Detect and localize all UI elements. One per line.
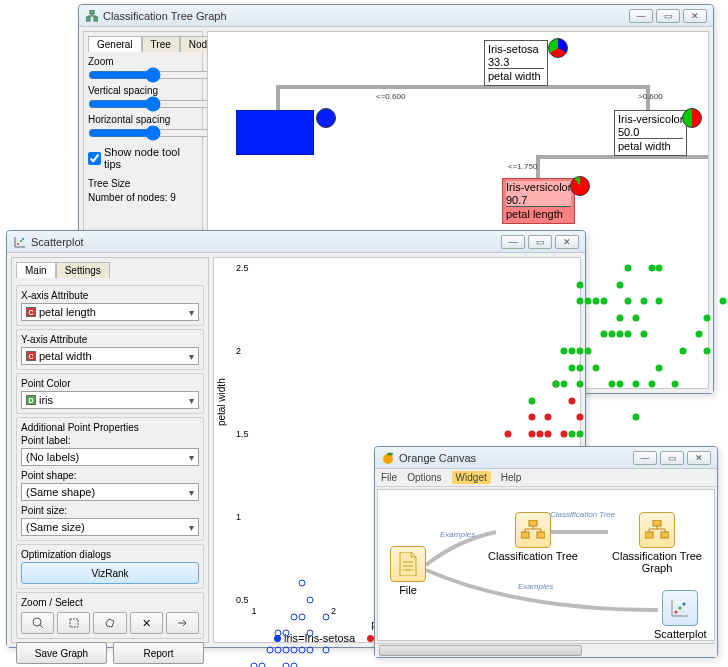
canvas-menubar: File Options Widget Help [375,469,717,487]
xattr-combo[interactable]: Cpetal length [21,303,199,321]
vspacing-label: Vertical spacing [88,85,198,96]
data-point [322,646,329,653]
tooltips-checkbox[interactable]: Show node tool tips [88,146,198,170]
close-button[interactable]: ✕ [555,235,579,249]
data-point [616,314,623,321]
data-point [648,265,655,272]
minimize-button[interactable]: — [633,451,657,465]
svg-rect-11 [521,532,529,538]
vizrank-button[interactable]: VizRank [21,562,199,584]
save-graph-button[interactable]: Save Graph [16,642,107,664]
report-button[interactable]: Report [113,642,204,664]
data-point [576,414,583,421]
widget-classification-tree[interactable]: Classification Tree [488,512,578,562]
svg-rect-10 [529,520,537,526]
tab-tree[interactable]: Tree [142,36,180,52]
canvas-titlebar[interactable]: Orange Canvas — ▭ ✕ [375,447,717,469]
data-point [569,364,576,371]
select-tool-button[interactable] [57,612,90,634]
data-point [553,381,560,388]
data-point [720,298,727,305]
maximize-button[interactable]: ▭ [656,9,680,23]
close-button[interactable]: ✕ [683,9,707,23]
svg-rect-13 [653,520,661,526]
psize-combo[interactable]: (Same size) [21,518,199,536]
data-point [576,364,583,371]
widget-file[interactable]: File [390,546,426,596]
data-point [640,298,647,305]
menu-options[interactable]: Options [407,472,441,483]
tab-general[interactable]: General [88,36,142,52]
tree-node-versicolor2[interactable]: Iris-versicolor90.7 petal length [502,178,575,224]
horizontal-scrollbar[interactable] [377,643,715,657]
tab-main[interactable]: Main [16,262,56,278]
data-point [306,630,313,637]
color-combo[interactable]: Diris [21,391,199,409]
orange-icon [381,451,395,465]
data-point [561,381,568,388]
data-point [529,414,536,421]
data-point [322,613,329,620]
edge-label: >0.600 [638,92,663,101]
send-button[interactable] [166,612,199,634]
maximize-button[interactable]: ▭ [660,451,684,465]
canvas-title: Orange Canvas [399,452,633,464]
data-point [505,431,512,438]
widget-tree-graph[interactable]: Classification Tree Graph [600,512,714,574]
svg-point-18 [683,603,686,606]
zoom-label: Zoom [88,56,198,67]
vspacing-slider[interactable] [88,97,217,111]
menu-file[interactable]: File [381,472,397,483]
addl-label: Additional Point Properties [21,422,199,433]
psize-label: Point size: [21,505,199,516]
minimize-button[interactable]: — [501,235,525,249]
plabel-combo[interactable]: (No labels) [21,448,199,466]
workflow-canvas[interactable]: File Classification Tree Classification … [377,489,715,641]
data-point [696,331,703,338]
scatter-widget-icon [662,590,698,626]
tree-titlebar[interactable]: Classification Tree Graph — ▭ ✕ [79,5,713,27]
data-point [576,431,583,438]
pshape-combo[interactable]: (Same shape) [21,483,199,501]
data-point [584,298,591,305]
menu-help[interactable]: Help [501,472,522,483]
data-point [251,663,258,667]
tree-node-root[interactable]: Iris-setosa33.3 petal width [484,40,548,86]
data-point [258,663,265,667]
minimize-button[interactable]: — [629,9,653,23]
edge-label: <=1.750 [508,162,537,171]
tree-widget-icon [515,512,551,548]
data-point [616,331,623,338]
data-point [640,331,647,338]
data-point [648,381,655,388]
remove-select-button[interactable]: ✕ [130,612,163,634]
zoom-slider[interactable] [88,68,217,82]
data-point [576,348,583,355]
data-point [632,381,639,388]
zoom-tool-button[interactable] [21,612,54,634]
poly-select-button[interactable] [93,612,126,634]
opt-label: Optimization dialogs [21,549,199,560]
yattr-combo[interactable]: Cpetal width [21,347,199,365]
tab-settings[interactable]: Settings [56,262,110,278]
svg-point-4 [20,240,22,242]
y-tick: 2 [236,346,241,356]
maximize-button[interactable]: ▭ [528,235,552,249]
data-point [298,613,305,620]
hspacing-slider[interactable] [88,126,217,140]
pie-icon [682,108,702,128]
menu-widget[interactable]: Widget [452,471,491,484]
svg-point-9 [387,452,393,455]
tree-node-versicolor[interactable]: Iris-versicolor50.0 petal width [614,110,687,156]
data-point [656,298,663,305]
data-point [569,348,576,355]
scatter-titlebar[interactable]: Scatterplot — ▭ ✕ [7,231,585,253]
close-button[interactable]: ✕ [687,451,711,465]
link-label: Examples [440,530,475,539]
pie-icon [570,176,590,196]
tree-node-setosa[interactable]: Iris-setosa100.0 Iris-setosa [236,110,314,155]
svg-point-17 [679,607,682,610]
y-axis-label: petal width [216,378,227,426]
y-tick: 2.5 [236,263,249,273]
widget-scatterplot[interactable]: Scatterplot [654,590,707,640]
